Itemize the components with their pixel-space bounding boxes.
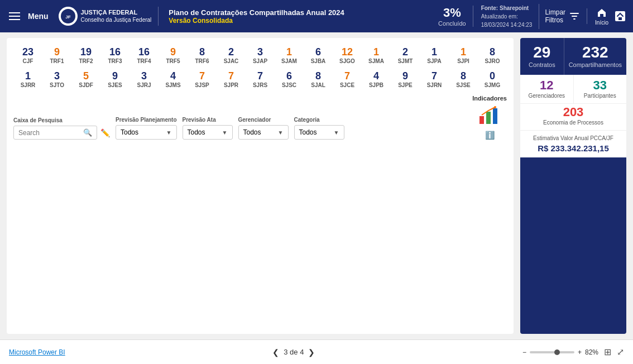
grid-cell-SJMT[interactable]: 2SJMT: [391, 47, 420, 64]
prev-page-button[interactable]: ❮: [272, 348, 279, 357]
grid-cell-SJPR[interactable]: 7SJPR: [217, 71, 246, 88]
contratos-stat: 29 Contratos: [520, 38, 564, 75]
cell-label-SJCE: SJCE: [333, 82, 362, 88]
search-input[interactable]: [18, 129, 80, 137]
zoom-minus[interactable]: −: [522, 348, 526, 356]
grid-cell-CJF[interactable]: 23CJF: [13, 47, 42, 64]
previsao-planejamento-value: Todos: [121, 128, 164, 136]
grid-cell-SJSP[interactable]: 7SJSP: [188, 71, 217, 88]
grid-cell-SJAL[interactable]: 8SJAL: [304, 71, 333, 88]
clear-filters-button[interactable]: Limpar Filtros: [545, 8, 587, 24]
previsao-ata-label: Previsão Ata: [183, 117, 233, 123]
compartilhamentos-number: 232: [569, 45, 622, 60]
fullscreen-icon[interactable]: ⊞: [604, 347, 611, 357]
grid-cell-SJPB[interactable]: 4SJPB: [362, 71, 391, 88]
cell-number-SJTO: 3: [42, 71, 71, 81]
expand-icon[interactable]: ⤢: [617, 347, 624, 357]
grid-cell-SJAC[interactable]: 2SJAC: [217, 47, 246, 64]
grid-cell-SJRN[interactable]: 7SJRN: [420, 71, 449, 88]
previsao-ata-dropdown[interactable]: Todos ▼: [183, 125, 233, 140]
logo-block: JF JUSTIÇA FEDERAL Conselho da Justiça F…: [59, 7, 159, 26]
grid-cell-SJRR[interactable]: 1SJRR: [13, 71, 42, 88]
grid-cell-SJMG[interactable]: 0SJMG: [478, 71, 507, 88]
cell-number-SJMG: 0: [478, 71, 507, 81]
gerenciadores-label: Gerenciadores: [525, 93, 569, 99]
cell-number-TRF4: 16: [130, 47, 159, 57]
cell-label-SJMG: SJMG: [478, 82, 507, 88]
menu-button[interactable]: [7, 10, 22, 22]
pencil-icon[interactable]: ✏️: [100, 128, 110, 137]
version-label: Versão Consolidada: [169, 17, 433, 25]
categoria-dropdown[interactable]: Todos ▼: [294, 125, 344, 140]
cell-number-SJMS: 4: [159, 71, 188, 81]
completion-stat: 3% Concluído: [438, 6, 473, 27]
grid-cell-SJAP[interactable]: 3SJAP: [246, 47, 275, 64]
grid-cell-TRF4[interactable]: 16TRF4: [130, 47, 159, 64]
powerbi-link[interactable]: Microsoft Power BI: [9, 348, 65, 356]
cell-number-SJGO: 12: [333, 47, 362, 57]
home-icon-btn[interactable]: [614, 10, 626, 22]
title-block: Plano de Contratações Compartilhadas Anu…: [169, 8, 433, 25]
zoom-plus[interactable]: +: [578, 348, 582, 356]
grid-cell-TRF3[interactable]: 16TRF3: [100, 47, 130, 64]
grid-cell-TRF2[interactable]: 19TRF2: [71, 47, 100, 64]
gerenciador-value: Todos: [243, 128, 276, 136]
grid-cell-SJRO[interactable]: 8SJRO: [478, 47, 507, 64]
participantes-number: 33: [578, 79, 622, 92]
cell-number-TRF5: 9: [159, 47, 188, 57]
grid-cell-TRF6[interactable]: 8TRF6: [188, 47, 217, 64]
bar-chart-icon: [478, 105, 501, 127]
grid-cell-SJSC[interactable]: 6SJSC: [275, 71, 304, 88]
cell-number-SJAP: 3: [246, 47, 275, 57]
chevron-down-icon: ▼: [166, 130, 172, 136]
grid-cell-SJPE[interactable]: 9SJPE: [391, 71, 420, 88]
cell-label-SJRS: SJRS: [246, 82, 275, 88]
nav-icons: Início: [595, 7, 626, 26]
grid-cell-SJGO[interactable]: 12SJGO: [333, 47, 362, 64]
chevron-down-icon4: ▼: [334, 130, 339, 136]
inicio-button[interactable]: Início: [595, 7, 608, 26]
grid-cell-SJMA[interactable]: 1SJMA: [362, 47, 391, 64]
stats-top: 29 Contratos 232 Compartilhamentos: [520, 38, 626, 75]
zoom-bar: − + 82%: [522, 348, 598, 356]
cell-number-SJAC: 2: [217, 47, 246, 57]
completion-label: Concluído: [438, 20, 466, 27]
cell-label-SJMA: SJMA: [362, 58, 391, 64]
grid-cell-SJSE[interactable]: 8SJSE: [449, 71, 478, 88]
gerenciador-dropdown[interactable]: Todos ▼: [238, 125, 289, 140]
categoria-label: Categoria: [294, 117, 344, 123]
grid-cell-SJBA[interactable]: 6SJBA: [304, 47, 333, 64]
compartilhamentos-label: Compartilhamentos: [569, 61, 622, 68]
grid-cell-SJAM[interactable]: 1SJAM: [275, 47, 304, 64]
grid-cell-SJTO[interactable]: 3SJTO: [42, 71, 71, 88]
menu-label[interactable]: Menu: [28, 12, 49, 21]
grid-cell-SJPI[interactable]: 1SJPI: [449, 47, 478, 64]
next-page-button[interactable]: ❯: [308, 348, 315, 357]
cell-number-SJRO: 8: [478, 47, 507, 57]
contratos-number: 29: [525, 45, 559, 60]
previsao-planejamento-dropdown[interactable]: Todos ▼: [116, 125, 177, 140]
cell-number-SJPA: 1: [420, 47, 449, 57]
previsao-ata-group: Previsão Ata Todos ▼: [183, 117, 233, 140]
search-wrapper[interactable]: 🔍: [13, 126, 97, 140]
cell-number-SJSC: 6: [275, 71, 304, 81]
indicadores-button[interactable]: Indicadores ℹ️: [472, 95, 507, 140]
grid-cell-SJPA[interactable]: 1SJPA: [420, 47, 449, 64]
grid-cell-TRF1[interactable]: 9TRF1: [42, 47, 71, 64]
cell-number-SJDF: 5: [71, 71, 100, 81]
grid-cell-SJCE[interactable]: 7SJCE: [333, 71, 362, 88]
filter-row: Caixa de Pesquisa 🔍 ✏️ Previsão Planejam…: [13, 95, 507, 140]
grid-cell-SJRS[interactable]: 7SJRS: [246, 71, 275, 88]
logo-icon: JF: [59, 7, 78, 26]
grid-cell-SJDF[interactable]: 5SJDF: [71, 71, 100, 88]
zoom-slider[interactable]: [530, 351, 574, 353]
estimativa-label: Estimativa Valor Anual PCCA/JF: [525, 135, 622, 141]
grid-cell-SJRJ[interactable]: 3SJRJ: [130, 71, 159, 88]
grid-cell-TRF5[interactable]: 9TRF5: [159, 47, 188, 64]
estimativa-block: Estimativa Valor Anual PCCA/JF R$ 233.34…: [520, 130, 626, 157]
cell-number-SJRR: 1: [13, 71, 42, 81]
info-icon[interactable]: ℹ️: [485, 131, 495, 140]
grid-cell-SJES[interactable]: 9SJES: [100, 71, 130, 88]
grid-cell-SJMS[interactable]: 4SJMS: [159, 71, 188, 88]
cell-label-SJRO: SJRO: [478, 58, 507, 64]
